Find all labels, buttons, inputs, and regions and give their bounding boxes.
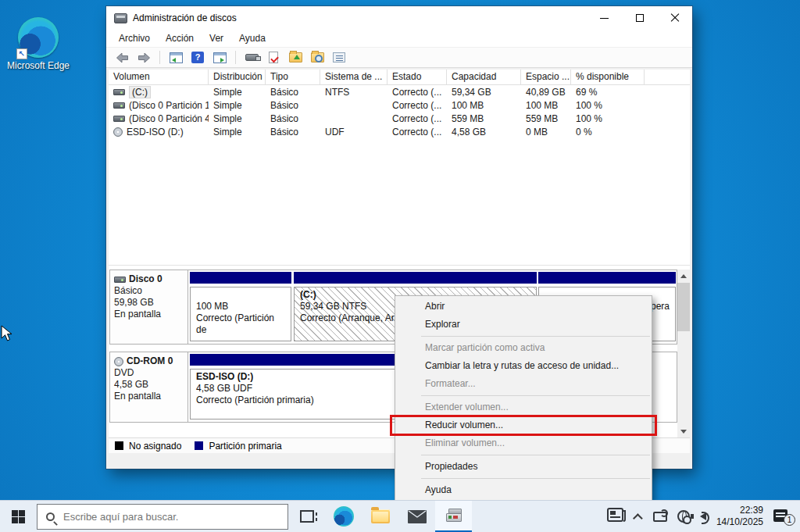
shortcut-arrow-icon: ↖ (16, 48, 27, 59)
mail-icon (408, 510, 427, 523)
cell-type: Básico (266, 87, 320, 98)
menu-separator (421, 455, 650, 455)
partition-size: 100 MB (196, 301, 285, 312)
header-estado[interactable]: Estado (388, 70, 447, 84)
disk-name: Disco 0 (129, 273, 162, 285)
menu-archivo[interactable]: Archivo (111, 30, 158, 46)
cell-fs: NTFS (320, 87, 388, 98)
disk-kind: Básico (114, 285, 184, 297)
table-row-partition1[interactable]: (Disco 0 Partición 1) Simple Básico Corr… (109, 98, 690, 112)
cdrom0-label-panel[interactable]: CD-ROM 0 DVD 4,58 GB En pantalla (110, 352, 188, 422)
close-button[interactable] (657, 6, 692, 30)
scroll-thumb[interactable] (677, 283, 690, 331)
header-volumen[interactable]: Volumen (109, 70, 209, 84)
task-view-button[interactable] (288, 501, 325, 532)
header-espacio[interactable]: Espacio ... (521, 70, 571, 84)
titlebar[interactable]: Administración de discos (106, 6, 692, 30)
cell-layout: Simple (209, 100, 266, 111)
cd-icon (113, 127, 123, 137)
disk-size: 4,58 GB (114, 379, 184, 391)
cell-capacity: 59,34 GB (447, 87, 521, 98)
desktop-icon-label: Microsoft Edge (6, 60, 70, 71)
menu-item-reducir-volumen[interactable]: Reducir volumen... (395, 416, 652, 434)
desktop-icon-microsoft-edge[interactable]: ↖ Microsoft Edge (6, 17, 70, 71)
menu-separator (421, 395, 650, 396)
volume-icon[interactable] (700, 512, 706, 520)
legend-unallocated-label: No asignado (129, 441, 181, 452)
context-menu: Abrir Explorar Marcar partición como act… (395, 295, 652, 502)
toolbar-help-button[interactable] (189, 49, 206, 66)
toolbar-check-document-button[interactable] (265, 49, 282, 66)
cell-free: 40,89 GB (521, 87, 571, 98)
menu-ver[interactable]: Ver (202, 30, 231, 46)
cell-free: 559 MB (521, 113, 571, 124)
menu-accion[interactable]: Acción (158, 30, 202, 46)
header-disponible[interactable]: % disponible (571, 70, 645, 84)
clock-date: 14/10/2025 (716, 516, 763, 528)
notification-badge: 1 (784, 514, 795, 526)
menu-item-explorar[interactable]: Explorar (395, 316, 652, 334)
scroll-up-arrow[interactable] (677, 270, 690, 282)
taskbar-edge-button[interactable] (325, 501, 362, 532)
header-capacidad[interactable]: Capacidad (447, 70, 521, 84)
table-row-c[interactable]: (C:) Simple Básico NTFS Correcto (... 59… (109, 85, 690, 98)
menu-item-ayuda[interactable]: Ayuda (395, 481, 652, 499)
toolbar-folder-up-button[interactable] (287, 49, 304, 66)
window-icon (114, 13, 127, 23)
cell-pct: 100 % (571, 113, 645, 124)
taskbar-mail-button[interactable] (398, 501, 435, 532)
network-no-internet-icon[interactable] (677, 510, 690, 523)
menu-ayuda[interactable]: Ayuda (231, 30, 273, 46)
menu-item-propiedades[interactable]: Propiedades (395, 458, 652, 476)
cell-capacity: 100 MB (447, 100, 521, 111)
news-widget-button[interactable] (607, 508, 626, 525)
partition-color-bar (538, 272, 676, 284)
toolbar-back-button[interactable] (113, 49, 130, 66)
disk-management-icon (444, 509, 464, 523)
toolbar-properties-button[interactable] (330, 49, 348, 66)
menu-item-eliminar-volumen: Eliminar volumen... (395, 434, 652, 452)
partition-system-100mb[interactable]: 100 MB Correcto (Partición de (190, 272, 291, 341)
table-row-esd-iso[interactable]: ESD-ISO (D:) Simple Básico UDF Correcto … (109, 125, 690, 138)
table-row-partition4[interactable]: (Disco 0 Partición 4) Simple Básico Corr… (109, 112, 690, 125)
tablet-mode-icon[interactable] (653, 512, 667, 522)
volume-name: (Disco 0 Partición 1) (129, 100, 209, 111)
menu-separator (421, 336, 650, 337)
header-tipo[interactable]: Tipo (266, 70, 320, 84)
back-arrow-icon (116, 52, 129, 63)
minimize-button[interactable] (587, 6, 622, 30)
toolbar-folder-search-button[interactable] (309, 49, 326, 66)
vertical-scrollbar[interactable] (677, 270, 690, 437)
disk0-label-panel[interactable]: Disco 0 Básico 59,98 GB En pantalla (110, 270, 188, 344)
start-button[interactable] (0, 501, 37, 532)
toolbar-rescan-disks-button[interactable] (243, 49, 260, 66)
menu-item-cambiar-letra[interactable]: Cambiar la letra y rutas de acceso de un… (395, 357, 652, 375)
edge-logo-icon: ↖ (18, 17, 59, 58)
drive-icon (113, 89, 125, 95)
search-input[interactable] (63, 511, 259, 523)
cell-layout: Simple (209, 113, 266, 124)
menu-item-marcar-particion: Marcar partición como activa (395, 339, 652, 357)
taskbar-disk-management-button[interactable] (435, 501, 472, 532)
cell-pct: 100 % (571, 100, 645, 111)
taskbar-search[interactable] (37, 504, 288, 530)
header-filler (645, 70, 690, 84)
notification-center-button[interactable]: 1 (773, 509, 794, 524)
menu-item-formatear: Formatear... (395, 375, 652, 393)
scroll-down-arrow[interactable] (677, 425, 690, 437)
header-sistema[interactable]: Sistema de ... (320, 70, 388, 84)
task-view-icon (300, 510, 314, 523)
menu-item-abrir[interactable]: Abrir (395, 298, 652, 316)
document-check-icon (269, 52, 278, 63)
taskbar-clock[interactable]: 22:39 14/10/2025 (716, 505, 763, 528)
drive-icon (114, 277, 126, 283)
legend-unallocated-swatch (115, 441, 123, 450)
header-distribucion[interactable]: Distribución (209, 70, 266, 84)
toolbar-action-pane-button[interactable] (211, 49, 228, 66)
maximize-button[interactable] (622, 6, 657, 30)
toolbar-forward-button[interactable] (135, 49, 152, 66)
properties-icon (333, 52, 345, 62)
hidden-icons-chevron[interactable] (633, 513, 643, 523)
taskbar-explorer-button[interactable] (362, 501, 398, 532)
toolbar-console-tree-button[interactable] (167, 49, 184, 66)
